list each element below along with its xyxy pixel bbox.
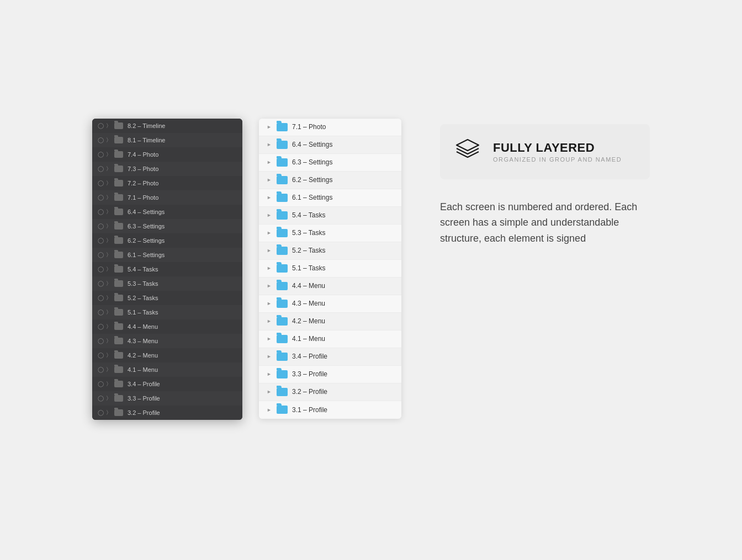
light-panel-row[interactable]: ►4.3 – Menu <box>259 295 401 313</box>
row-label: 5.1 – Tasks <box>292 264 325 272</box>
dark-panel-row[interactable]: ◯〉6.3 – Settings <box>92 219 242 233</box>
folder-icon <box>114 266 123 273</box>
chevron-icon: ► <box>267 407 272 413</box>
folder-icon <box>277 176 288 184</box>
dark-panel-row[interactable]: ◯〉4.3 – Menu <box>92 334 242 348</box>
light-panel-row[interactable]: ►3.4 – Profile <box>259 348 401 366</box>
row-label: 5.2 – Tasks <box>292 247 325 254</box>
light-panel-row[interactable]: ►5.2 – Tasks <box>259 242 401 260</box>
dark-panel-row[interactable]: ◯〉5.4 – Tasks <box>92 262 242 276</box>
brand-text-block: FULLY LAYERED ORGANIZED IN GROUP AND NAM… <box>493 141 622 163</box>
folder-icon <box>114 151 123 158</box>
light-panel-row[interactable]: ►4.2 – Menu <box>259 313 401 330</box>
eye-icon: ◯ <box>97 166 104 172</box>
chevron-icon: 〉 <box>107 166 112 172</box>
folder-icon <box>277 194 288 202</box>
folder-icon <box>114 309 123 316</box>
row-label: 4.4 – Menu <box>128 323 158 330</box>
light-panel: ►7.1 – Photo►6.4 – Settings►6.3 – Settin… <box>259 119 401 419</box>
folder-icon <box>277 211 288 220</box>
chevron-icon: ► <box>267 248 272 253</box>
row-label: 5.3 – Tasks <box>292 229 325 237</box>
eye-icon: ◯ <box>97 338 104 344</box>
folder-icon <box>114 338 123 344</box>
folder-icon <box>114 295 123 301</box>
row-label: 6.4 – Settings <box>292 141 332 148</box>
light-panel-row[interactable]: ►4.1 – Menu <box>259 330 401 348</box>
dark-panel-row[interactable]: ◯〉6.1 – Settings <box>92 248 242 262</box>
dark-panel-row[interactable]: ◯〉3.2 – Profile <box>92 406 242 420</box>
brand-box: FULLY LAYERED ORGANIZED IN GROUP AND NAM… <box>440 124 650 179</box>
chevron-icon: 〉 <box>107 323 112 329</box>
eye-icon: ◯ <box>97 209 104 215</box>
brand-title: FULLY LAYERED <box>493 141 622 155</box>
dark-panel-row[interactable]: ◯〉7.1 – Photo <box>92 190 242 205</box>
dark-panel-row[interactable]: ◯〉6.4 – Settings <box>92 205 242 219</box>
dark-panel-row[interactable]: ◯〉4.4 – Menu <box>92 319 242 334</box>
chevron-icon: 〉 <box>107 280 112 286</box>
dark-panel-row[interactable]: ◯〉3.3 – Profile <box>92 391 242 406</box>
chevron-icon: ► <box>267 283 272 289</box>
dark-panel-row[interactable]: ◯〉7.3 – Photo <box>92 162 242 176</box>
dark-panel-row[interactable]: ◯〉5.1 – Tasks <box>92 305 242 319</box>
chevron-icon: ► <box>267 336 272 342</box>
folder-icon <box>277 141 288 149</box>
light-panel-row[interactable]: ►6.2 – Settings <box>259 172 401 189</box>
row-label: 5.2 – Tasks <box>128 295 158 301</box>
light-panel-row[interactable]: ►3.3 – Profile <box>259 366 401 383</box>
folder-icon <box>277 282 288 290</box>
light-panel-row[interactable]: ►5.3 – Tasks <box>259 225 401 242</box>
row-label: 7.1 – Photo <box>292 123 326 131</box>
dark-panel-row[interactable]: ◯〉3.4 – Profile <box>92 377 242 391</box>
chevron-icon: 〉 <box>107 352 112 358</box>
chevron-icon: ► <box>267 389 272 394</box>
light-panel-row[interactable]: ►6.3 – Settings <box>259 154 401 172</box>
chevron-icon: 〉 <box>107 223 112 229</box>
row-label: 3.1 – Profile <box>292 406 327 414</box>
eye-icon: ◯ <box>97 381 104 387</box>
eye-icon: ◯ <box>97 194 104 200</box>
folder-icon <box>114 137 123 143</box>
dark-panel-row[interactable]: ◯〉7.4 – Photo <box>92 147 242 162</box>
eye-icon: ◯ <box>97 309 104 315</box>
folder-icon <box>277 229 288 237</box>
chevron-icon: 〉 <box>107 137 112 143</box>
row-label: 3.2 – Profile <box>292 388 327 396</box>
dark-panel-row[interactable]: ◯〉7.2 – Photo <box>92 176 242 190</box>
row-label: 6.2 – Settings <box>128 237 165 244</box>
folder-icon <box>114 252 123 258</box>
folder-icon <box>277 370 288 378</box>
chevron-icon: 〉 <box>107 366 112 372</box>
page-wrapper: ◯〉8.2 – Timeline◯〉8.1 – Timeline◯〉7.4 – … <box>92 119 650 420</box>
dark-panel-row[interactable]: ◯〉6.2 – Settings <box>92 233 242 248</box>
light-panel-row[interactable]: ►6.1 – Settings <box>259 189 401 207</box>
light-panel-row[interactable]: ►5.1 – Tasks <box>259 260 401 278</box>
light-panel-row[interactable]: ►5.4 – Tasks <box>259 207 401 225</box>
folder-icon <box>277 353 288 361</box>
folder-icon <box>114 409 123 416</box>
dark-panel-row[interactable]: ◯〉8.1 – Timeline <box>92 133 242 147</box>
light-panel-row[interactable]: ►3.1 – Profile <box>259 401 401 419</box>
chevron-icon: 〉 <box>107 266 112 272</box>
light-panel-row[interactable]: ►4.4 – Menu <box>259 278 401 295</box>
dark-panel-row[interactable]: ◯〉5.3 – Tasks <box>92 276 242 291</box>
dark-panel-row[interactable]: ◯〉8.2 – Timeline <box>92 119 242 133</box>
dark-panel-row[interactable]: ◯〉5.2 – Tasks <box>92 291 242 305</box>
light-panel-row[interactable]: ►7.1 – Photo <box>259 119 401 136</box>
folder-icon <box>277 300 288 308</box>
light-panel-row[interactable]: ►6.4 – Settings <box>259 136 401 154</box>
folder-icon <box>114 209 123 215</box>
brand-logo <box>453 136 482 167</box>
brand-subtitle: ORGANIZED IN GROUP AND NAMED <box>493 156 622 163</box>
chevron-icon: ► <box>267 159 272 165</box>
chevron-icon: 〉 <box>107 122 112 129</box>
row-label: 4.3 – Menu <box>292 300 325 307</box>
eye-icon: ◯ <box>97 323 104 329</box>
light-panel-row[interactable]: ►3.2 – Profile <box>259 383 401 401</box>
row-label: 4.2 – Menu <box>292 317 325 325</box>
dark-panel-row[interactable]: ◯〉4.1 – Menu <box>92 362 242 377</box>
dark-panel-row[interactable]: ◯〉4.2 – Menu <box>92 348 242 362</box>
folder-icon <box>114 237 123 244</box>
eye-icon: ◯ <box>97 252 104 258</box>
chevron-icon: ► <box>267 142 272 147</box>
